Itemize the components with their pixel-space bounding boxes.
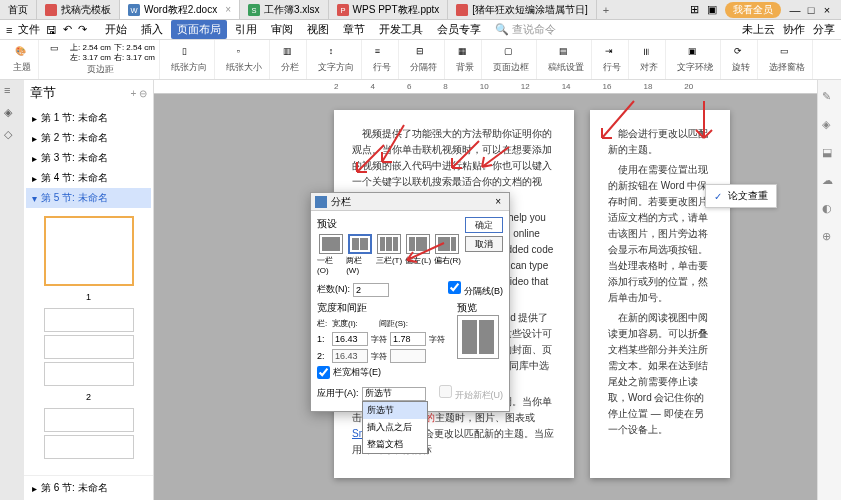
user-badge[interactable]: 我看全员 bbox=[725, 2, 781, 18]
grid-icon[interactable]: ⊞ bbox=[690, 3, 699, 16]
page-thumb[interactable] bbox=[44, 216, 134, 286]
svg-rect-8 bbox=[315, 196, 327, 208]
outline-icon[interactable]: ≡ bbox=[4, 84, 20, 100]
chapter-item[interactable]: ▸ 第 6 节: 未命名 bbox=[26, 478, 151, 498]
tab-word-doc[interactable]: W Word教程2.docx × bbox=[120, 0, 240, 19]
thumb-num: 1 bbox=[30, 292, 147, 302]
textdir-button[interactable]: ↕文字方向 bbox=[315, 46, 357, 74]
rotate-button[interactable]: ⟳旋转 bbox=[729, 46, 753, 74]
chapter-item[interactable]: ▸ 第 1 节: 未命名 bbox=[26, 108, 151, 128]
numcols-label: 栏数(N): bbox=[317, 283, 350, 296]
watermark-button[interactable]: ▤稿纸设置 bbox=[545, 46, 587, 74]
menu-search[interactable]: 🔍 查说命令 bbox=[489, 20, 562, 39]
tab-ppt[interactable]: P WPS PPT教程.pptx bbox=[329, 0, 449, 19]
close-icon[interactable]: × bbox=[821, 4, 833, 16]
clip-icon[interactable]: ◇ bbox=[4, 128, 20, 144]
add-tab-icon[interactable]: + bbox=[597, 4, 615, 16]
essay-check-box[interactable]: ✓ 论文查重 bbox=[705, 184, 777, 208]
page-thumb[interactable] bbox=[44, 308, 134, 332]
indent-button[interactable]: ⇥行号 bbox=[600, 46, 624, 74]
linebetween-checkbox[interactable] bbox=[448, 281, 461, 294]
tab-xls[interactable]: S 工作簿3.xlsx bbox=[240, 0, 329, 19]
del-chapter-icon[interactable]: ⊖ bbox=[139, 88, 147, 99]
tool-icon[interactable]: ⬓ bbox=[822, 146, 838, 162]
columns-button[interactable]: ▥分栏 bbox=[278, 46, 302, 74]
apply-option[interactable]: 所选节 bbox=[363, 402, 427, 419]
width-input-1[interactable] bbox=[332, 332, 368, 346]
save-icon[interactable]: 🖫 bbox=[46, 24, 57, 36]
border-button[interactable]: ▢页面边框 bbox=[490, 46, 532, 74]
add-chapter-icon[interactable]: + bbox=[130, 88, 136, 99]
menu-ref[interactable]: 引用 bbox=[229, 20, 263, 39]
chapter-item[interactable]: ▸ 第 3 节: 未命名 bbox=[26, 148, 151, 168]
tool-icon[interactable]: ☁ bbox=[822, 174, 838, 190]
apply-option[interactable]: 插入点之后 bbox=[363, 419, 427, 436]
bg-button[interactable]: ▦背景 bbox=[453, 46, 477, 74]
tool-icon[interactable]: ◐ bbox=[822, 202, 838, 218]
svg-rect-0 bbox=[45, 4, 57, 16]
menu-chapter[interactable]: 章节 bbox=[337, 20, 371, 39]
chapter-item[interactable]: ▸ 第 2 节: 未命名 bbox=[26, 128, 151, 148]
menu-vip[interactable]: 会员专享 bbox=[431, 20, 487, 39]
numcols-input[interactable] bbox=[353, 283, 389, 297]
dialog-icon bbox=[315, 196, 327, 208]
chapter-item-active[interactable]: ▾ 第 5 节: 未命名 bbox=[26, 188, 151, 208]
menu-dev[interactable]: 开发工具 bbox=[373, 20, 429, 39]
share[interactable]: 分享 bbox=[813, 22, 835, 37]
apply-option[interactable]: 整篇文档 bbox=[363, 436, 427, 453]
collab[interactable]: 协作 bbox=[783, 22, 805, 37]
columns-dialog: 分栏 × 预设 一栏(O) 两栏(W) 三栏(T) 偏左(L) 偏右(R) bbox=[310, 192, 510, 412]
page-thumb[interactable] bbox=[44, 362, 134, 386]
tool-icon[interactable]: ✎ bbox=[822, 90, 838, 106]
page-thumb[interactable] bbox=[44, 408, 134, 432]
preset-one[interactable]: 一栏(O) bbox=[317, 234, 344, 275]
ruler[interactable]: 2468101214161820 bbox=[154, 80, 817, 94]
apply-dropdown[interactable] bbox=[362, 387, 426, 401]
tab-home[interactable]: 首页 bbox=[0, 0, 37, 19]
margins-button[interactable]: ▭ bbox=[47, 43, 67, 62]
tool-icon[interactable]: ⊕ bbox=[822, 230, 838, 246]
right-sidebar: ✎ ◈ ⬓ ☁ ◐ ⊕ bbox=[817, 80, 841, 500]
cloud-icon[interactable]: ▣ bbox=[707, 3, 717, 16]
preset-left[interactable]: 偏左(L) bbox=[405, 234, 432, 275]
titlebar: 首页 找稿壳模板 W Word教程2.docx × S 工作簿3.xlsx P … bbox=[0, 0, 841, 20]
break-button[interactable]: ⊟分隔符 bbox=[407, 46, 440, 74]
theme-button[interactable]: 🎨 主题 bbox=[10, 46, 34, 74]
size-button[interactable]: ▫纸张大小 bbox=[223, 46, 265, 74]
menu-layout[interactable]: 页面布局 bbox=[171, 20, 227, 39]
menu-start[interactable]: 开始 bbox=[99, 20, 133, 39]
cancel-button[interactable]: 取消 bbox=[465, 236, 503, 252]
select-pane[interactable]: ▭选择窗格 bbox=[766, 46, 808, 74]
ok-button[interactable]: 确定 bbox=[465, 217, 503, 233]
linenum-button[interactable]: ≡行号 bbox=[370, 46, 394, 74]
maximize-icon[interactable]: □ bbox=[805, 4, 817, 16]
spacing-input-1[interactable] bbox=[390, 332, 426, 346]
preset-right[interactable]: 偏右(R) bbox=[434, 234, 461, 275]
cloud-status[interactable]: 未上云 bbox=[742, 22, 775, 37]
preset-two[interactable]: 两栏(W) bbox=[346, 234, 373, 275]
close-icon[interactable]: × bbox=[225, 4, 231, 15]
align-button[interactable]: ⫼对齐 bbox=[637, 46, 661, 74]
tab-template[interactable]: 找稿壳模板 bbox=[37, 0, 120, 19]
menu-file[interactable]: 文件 bbox=[18, 22, 40, 37]
doc-page-2[interactable]: 能会进行更改以匹配新的主题。 使用在需要位置出现的新按钮在 Word 中保存时间… bbox=[590, 110, 730, 478]
minimize-icon[interactable]: — bbox=[789, 4, 801, 16]
tab-other[interactable]: [猪年狂欢短编涂墙属节日] bbox=[448, 0, 597, 19]
orient-button[interactable]: ▯纸张方向 bbox=[168, 46, 210, 74]
preset-three[interactable]: 三栏(T) bbox=[375, 234, 402, 275]
wrap-button[interactable]: ▣文字环绕 bbox=[674, 46, 716, 74]
menu-view[interactable]: 视图 bbox=[301, 20, 335, 39]
chapter-item[interactable]: ▸ 第 4 节: 未命名 bbox=[26, 168, 151, 188]
equal-width-checkbox[interactable] bbox=[317, 366, 330, 379]
close-icon[interactable]: × bbox=[491, 196, 505, 207]
menu-insert[interactable]: 插入 bbox=[135, 20, 169, 39]
bookmark-icon[interactable]: ◈ bbox=[4, 106, 20, 122]
undo-icon[interactable]: ↶ bbox=[63, 23, 72, 36]
redo-icon[interactable]: ↷ bbox=[78, 23, 87, 36]
startnew-checkbox bbox=[439, 385, 452, 398]
tool-icon[interactable]: ◈ bbox=[822, 118, 838, 134]
menu-icon[interactable]: ≡ bbox=[6, 24, 12, 36]
menu-review[interactable]: 审阅 bbox=[265, 20, 299, 39]
page-thumb[interactable] bbox=[44, 435, 134, 459]
page-thumb[interactable] bbox=[44, 335, 134, 359]
